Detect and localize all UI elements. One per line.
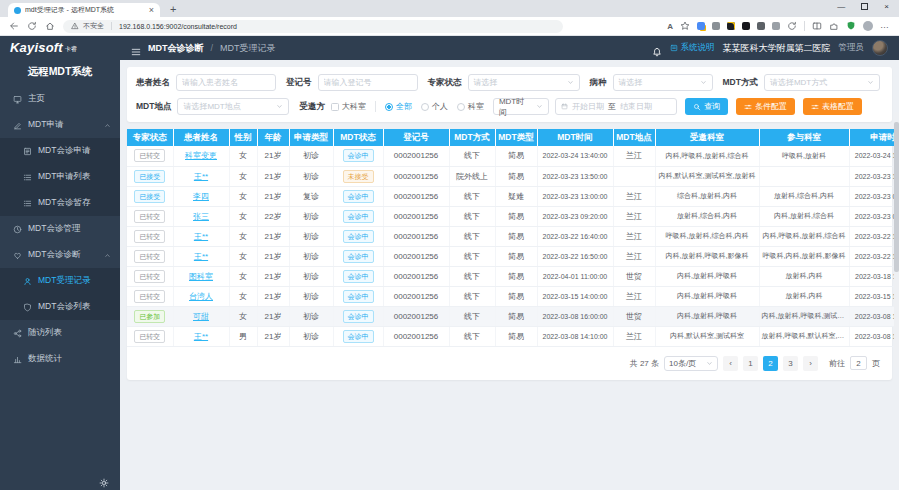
cell: 已转交 <box>127 326 173 346</box>
prev-page-button[interactable]: ‹ <box>723 356 738 371</box>
sidebar-menu: 主页MDT申请MDT会诊申请MDT申请列表MDT会诊暂存MDT会诊管理MDT会诊… <box>0 86 120 372</box>
joined-depts-cell: 内科,呼吸科,放射科,综合科 <box>759 226 849 246</box>
reg-no-input[interactable] <box>318 74 418 91</box>
sidebar-item-mdt-consult-apply[interactable]: MDT会诊申请 <box>0 138 120 164</box>
radio-personal[interactable]: 个人 <box>421 101 448 112</box>
extension-icon[interactable] <box>757 22 765 30</box>
table-config-button[interactable]: 表格配置 <box>803 98 862 115</box>
sidebar-item-mdt-manage[interactable]: MDT会诊管理 <box>0 216 120 242</box>
sidebar-item-label: MDT会诊申请 <box>38 145 90 157</box>
mdt-mode-select[interactable]: 请选择MDT方式 <box>764 74 880 91</box>
page-button-3[interactable]: 3 <box>783 356 798 371</box>
shield-icon <box>23 303 32 312</box>
patient-name-link[interactable]: 张三 <box>193 212 209 221</box>
split-screen-icon[interactable] <box>812 21 822 31</box>
apply-time-cell: 2022-03-22 16:31:36 <box>849 226 899 246</box>
extensions-puzzle-icon[interactable] <box>829 21 839 31</box>
disease-select[interactable]: 请选择 <box>613 74 713 91</box>
date-range-input[interactable]: 开始日期 至 结束日期 <box>555 98 677 115</box>
user-avatar[interactable] <box>872 40 888 56</box>
home-icon[interactable] <box>45 21 55 31</box>
gear-icon[interactable] <box>99 474 109 484</box>
tab-close-icon[interactable]: × <box>149 6 154 15</box>
gender-cell: 女 <box>229 146 257 166</box>
browser-tab[interactable]: mdt受理记录 - 远程MDT系统 × <box>8 3 160 17</box>
next-page-button[interactable]: › <box>803 356 818 371</box>
patient-name-link[interactable]: 王** <box>194 332 208 341</box>
adblock-shield-icon[interactable] <box>846 21 856 31</box>
sidebar-item-mdt-diagnose[interactable]: MDT会诊诊断 <box>0 242 120 268</box>
condition-config-button[interactable]: 条件配置 <box>736 98 795 115</box>
mdt-place-select[interactable]: 请选择MDT地点 <box>177 98 289 115</box>
extension-icon[interactable] <box>742 22 750 30</box>
mdt-mode-cell: 线下 <box>449 186 495 206</box>
radio-dept[interactable]: 科室 <box>457 101 484 112</box>
patient-name-link[interactable]: 王** <box>194 232 208 241</box>
favorite-star-icon[interactable] <box>680 21 690 31</box>
mdt-time-cell: 2022-03-08 16:00:00 <box>537 306 613 326</box>
scrollbar-thumb[interactable] <box>894 122 899 272</box>
sidebar-submenu: MDT会诊申请MDT申请列表MDT会诊暂存 <box>0 138 120 216</box>
extension-icon[interactable] <box>727 22 735 30</box>
reg-no-cell: 0002001256 <box>383 186 449 206</box>
browser-profile-avatar[interactable] <box>863 21 873 31</box>
new-tab-button[interactable]: + <box>170 4 176 15</box>
column-header: 参与科室 <box>759 129 849 146</box>
address-bar[interactable]: 不安全 192.168.0.156:9002/consultate/record <box>63 20 563 33</box>
sidebar-item-stats[interactable]: 数据统计 <box>0 346 120 372</box>
extension-icon[interactable] <box>697 22 705 30</box>
expert-status-select[interactable]: 请选择 <box>468 74 580 91</box>
browser-toolbar: 不安全 192.168.0.156:9002/consultate/record… <box>0 17 899 36</box>
sidebar-item-mdt-apply-list[interactable]: MDT申请列表 <box>0 164 120 190</box>
page-button-2[interactable]: 2 <box>763 356 778 371</box>
sidebar-item-home[interactable]: 主页 <box>0 86 120 112</box>
patient-name-link[interactable]: 科室变更 <box>185 151 217 160</box>
apply-type-cell: 初诊 <box>289 206 333 226</box>
search-button[interactable]: 查询 <box>685 98 728 115</box>
mdt-time-select[interactable]: MDT时间 <box>493 98 549 115</box>
patient-name-link[interactable]: 台湾人 <box>189 292 213 301</box>
chevron-down-icon <box>867 79 874 86</box>
mdt-status-tag: 会诊中 <box>343 330 374 343</box>
system-doc-link[interactable]: 系统说明 <box>670 42 715 54</box>
window-minimize-button[interactable]: — <box>837 2 845 11</box>
patient-name-link[interactable]: 李四 <box>193 192 209 201</box>
radio-all[interactable]: 全部 <box>385 101 412 112</box>
page-scrollbar[interactable] <box>894 112 899 368</box>
gender-cell: 男 <box>229 326 257 346</box>
goto-page-input[interactable] <box>850 356 867 370</box>
read-aloud-icon[interactable]: A <box>667 22 673 31</box>
column-header: 年龄 <box>257 129 289 146</box>
extension-icon[interactable] <box>772 22 780 30</box>
patient-name-link[interactable]: 王** <box>194 252 208 261</box>
dept-checkbox[interactable] <box>331 103 339 111</box>
reg-no-cell: 0002001256 <box>383 266 449 286</box>
sidebar-collapse-icon[interactable] <box>131 43 141 53</box>
sidebar-item-follow-list[interactable]: 随访列表 <box>0 320 120 346</box>
mdt-place-cell: 兰江 <box>613 326 655 346</box>
window-maximize-button[interactable] <box>861 3 868 10</box>
sidebar-item-mdt-apply[interactable]: MDT申请 <box>0 112 120 138</box>
extension-icon[interactable] <box>712 22 720 30</box>
patient-name-link[interactable]: 王** <box>194 172 208 181</box>
refresh-icon[interactable] <box>27 21 37 31</box>
cell: 已转交 <box>127 286 173 306</box>
bell-icon[interactable] <box>652 43 662 53</box>
page-button-1[interactable]: 1 <box>743 356 758 371</box>
page-size-select[interactable]: 10条/页 <box>664 356 718 371</box>
table-row: 已转交王**女21岁初诊会诊中0002001256线下简易2022-03-22 … <box>127 246 899 266</box>
patient-name-link[interactable]: 可甜 <box>193 312 209 321</box>
form-icon <box>23 147 32 156</box>
apply-time-cell: 2022-03-18 11:28:25 <box>849 266 899 286</box>
patient-name-link[interactable]: 图科室 <box>189 272 213 281</box>
sidebar-item-mdt-consult-list[interactable]: MDT会诊列表 <box>0 294 120 320</box>
patient-name-input[interactable] <box>176 74 276 91</box>
back-icon[interactable] <box>9 21 19 31</box>
sidebar-item-mdt-consult-draft[interactable]: MDT会诊暂存 <box>0 190 120 216</box>
chevron-down-icon <box>536 103 543 110</box>
window-close-button[interactable]: × <box>884 2 889 11</box>
browser-menu-icon[interactable]: … <box>880 24 890 28</box>
sidebar-item-mdt-record[interactable]: MDT受理记录 <box>0 268 120 294</box>
mdt-place-cell: 世贸 <box>613 266 655 286</box>
extension-refresh-icon[interactable] <box>787 21 797 31</box>
